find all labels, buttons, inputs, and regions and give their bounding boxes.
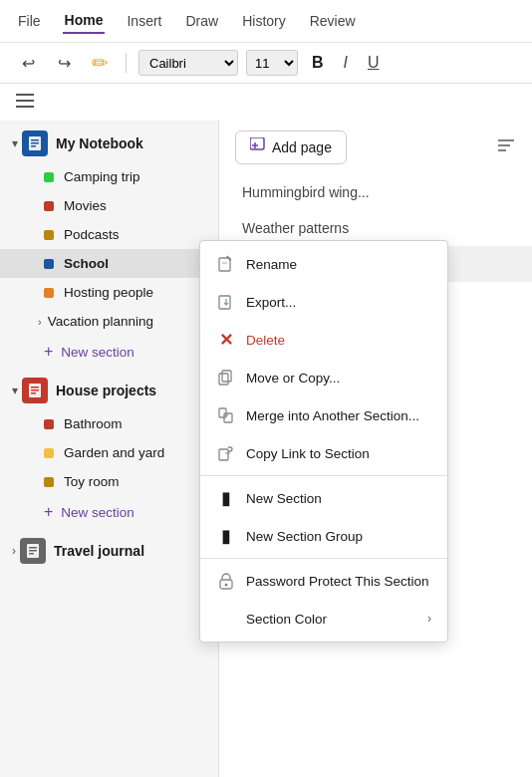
svg-rect-0 (16, 94, 34, 96)
chevron-right-icon-color: › (427, 612, 431, 626)
ctx-password[interactable]: Password Protect This Section (200, 562, 447, 600)
section-hosting-people[interactable]: Hosting people (0, 278, 218, 307)
svg-rect-24 (219, 374, 228, 385)
section-podcasts[interactable]: Podcasts (0, 220, 218, 249)
new-section-button-notebook2[interactable]: + New section (0, 496, 218, 528)
chevron-right-icon-travel: › (12, 544, 16, 558)
section-label-podcasts: Podcasts (64, 227, 120, 242)
ctx-delete[interactable]: ✕ Delete (200, 321, 447, 359)
undo-icon[interactable]: ↩ (14, 49, 42, 77)
section-label-movies: Movies (64, 198, 107, 213)
menu-history[interactable]: History (240, 9, 288, 33)
menu-insert[interactable]: Insert (125, 9, 163, 33)
ctx-section-color[interactable]: Section Color › (200, 600, 447, 638)
section-bathroom[interactable]: Bathroom (0, 409, 218, 438)
export-icon (216, 292, 236, 312)
section-school[interactable]: School (0, 249, 218, 278)
section-dot-movies (44, 201, 54, 211)
notebook-travel-label: Travel journal (54, 543, 144, 559)
ctx-password-label: Password Protect This Section (246, 574, 429, 589)
menu-bar: File Home Insert Draw History Review (0, 0, 532, 43)
plus-icon-2: + (44, 503, 53, 521)
sort-icon[interactable] (496, 135, 516, 160)
section-movies[interactable]: Movies (0, 191, 218, 220)
menu-review[interactable]: Review (308, 9, 358, 33)
menu-draw[interactable]: Draw (183, 9, 220, 33)
ctx-new-section-group-label: New Section Group (246, 529, 363, 544)
hamburger-menu[interactable] (0, 84, 532, 121)
section-dot-garden (44, 448, 54, 458)
section-label-camping: Camping trip (64, 169, 140, 184)
section-camping-trip[interactable]: Camping trip (0, 162, 218, 191)
chevron-right-icon-vacation: › (38, 316, 42, 328)
svg-rect-2 (16, 106, 34, 108)
section-dot-hosting (44, 288, 54, 298)
notebook-my-notebook[interactable]: ▾ My Notebook (0, 121, 218, 162)
ctx-separator-2 (200, 558, 447, 559)
section-label-vacation: Vacation planning (48, 314, 153, 329)
ctx-export[interactable]: Export... (200, 283, 447, 321)
notebook-icon-travel (20, 538, 46, 564)
ctx-copy-link[interactable]: Copy Link to Section (200, 434, 447, 472)
rename-icon (216, 254, 236, 274)
section-dot-podcasts (44, 230, 54, 240)
context-menu: Rename Export... ✕ Delete Move or Copy..… (199, 240, 448, 643)
ctx-merge-label: Merge into Another Section... (246, 408, 419, 423)
font-family-select[interactable]: Cailbri (138, 50, 238, 76)
ctx-separator-1 (200, 475, 447, 476)
svg-rect-23 (219, 296, 230, 309)
svg-rect-1 (16, 100, 34, 102)
ctx-new-section-group[interactable]: ▮ New Section Group (200, 517, 447, 555)
svg-rect-9 (31, 389, 39, 391)
toolbar-separator-1 (126, 53, 127, 73)
ctx-section-color-label: Section Color (246, 612, 327, 627)
copy-link-icon (216, 443, 236, 463)
main-layout: ▾ My Notebook Camping trip Movies Podcas… (0, 121, 532, 777)
font-size-select[interactable]: 11 (246, 50, 298, 76)
notebook-travel-journal[interactable]: › Travel journal (0, 528, 218, 570)
ctx-merge[interactable]: Merge into Another Section... (200, 396, 447, 434)
new-section-button-notebook1[interactable]: + New section (0, 336, 218, 368)
svg-rect-29 (219, 449, 228, 460)
svg-rect-21 (219, 258, 230, 271)
notebook-house-projects[interactable]: ▾ House projects (0, 368, 218, 409)
section-vacation-planning[interactable]: › Vacation planning (0, 307, 218, 336)
add-page-button[interactable]: Add page (235, 130, 347, 164)
chevron-down-icon-house: ▾ (12, 384, 18, 397)
page-toolbar: Add page (219, 121, 532, 174)
section-garden[interactable]: Garden and yard (0, 438, 218, 467)
menu-home[interactable]: Home (63, 8, 106, 34)
ctx-rename[interactable]: Rename (200, 245, 447, 283)
notebook-my-notebook-label: My Notebook (56, 135, 143, 151)
ctx-new-section[interactable]: ▮ New Section (200, 479, 447, 517)
section-dot-bathroom (44, 419, 54, 429)
section-dot-school (44, 259, 54, 269)
ctx-rename-label: Rename (246, 257, 297, 272)
svg-rect-10 (31, 392, 36, 394)
highlight-icon[interactable]: ✏ (86, 49, 114, 77)
ctx-delete-label: Delete (246, 333, 285, 348)
underline-button[interactable]: U (362, 52, 386, 74)
italic-button[interactable]: I (338, 52, 354, 74)
section-toy-room[interactable]: Toy room (0, 467, 218, 496)
svg-rect-8 (31, 387, 39, 388)
svg-rect-6 (31, 145, 36, 147)
section-dot-toyroom (44, 477, 54, 487)
content-area: Add page Hummingbird wing... Weather pat… (219, 121, 532, 777)
chevron-down-icon: ▾ (12, 136, 18, 150)
password-icon (216, 571, 236, 591)
redo-icon[interactable]: ↪ (50, 49, 78, 77)
section-color-icon (216, 609, 236, 629)
new-section-icon: ▮ (216, 488, 236, 508)
bold-button[interactable]: B (306, 52, 330, 74)
section-label-garden: Garden and yard (64, 445, 164, 460)
svg-rect-13 (29, 550, 37, 552)
page-list: Hummingbird wing... Weather patterns (219, 174, 532, 246)
notebook-icon-house (22, 378, 48, 403)
ctx-move-copy[interactable]: Move or Copy... (200, 359, 447, 396)
page-item-hummingbird[interactable]: Hummingbird wing... (219, 174, 532, 210)
menu-file[interactable]: File (16, 9, 43, 33)
merge-icon (216, 405, 236, 425)
move-copy-icon (216, 368, 236, 388)
svg-rect-15 (250, 137, 264, 149)
